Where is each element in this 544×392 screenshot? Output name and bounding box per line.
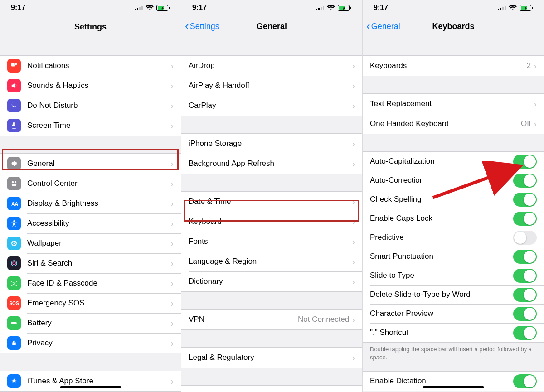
- toggle-check-spelling[interactable]: [513, 193, 537, 207]
- cell-control-center[interactable]: Control Center›: [0, 174, 181, 194]
- wifi-icon: [146, 5, 154, 11]
- cell-face-id-passcode[interactable]: Face ID & Passcode›: [0, 273, 181, 293]
- cell-privacy[interactable]: Privacy›: [0, 333, 181, 353]
- cell-smart-punctuation: Smart Punctuation: [363, 247, 544, 266]
- cell-emergency-sos[interactable]: SOSEmergency SOS›: [0, 293, 181, 313]
- toggle-smart-punctuation[interactable]: [513, 250, 537, 264]
- back-button[interactable]: ‹Settings: [185, 22, 219, 31]
- cell-slide-to-type: Slide to Type: [363, 266, 544, 285]
- cell-label: Enable Caps Lock: [370, 214, 513, 223]
- cell-carplay[interactable]: CarPlay›: [181, 96, 362, 116]
- cell-label: Slide to Type: [370, 271, 513, 280]
- chevron-icon: ›: [170, 159, 174, 168]
- svg-rect-20: [16, 323, 17, 324]
- toggle-shortcut[interactable]: [513, 326, 537, 340]
- cell-detail: 2: [527, 61, 531, 70]
- cell-date-time[interactable]: Date & Time›: [181, 192, 362, 212]
- cell-vpn[interactable]: VPNNot Connected›: [181, 310, 362, 329]
- cell-label: Privacy: [27, 339, 170, 348]
- svg-point-6: [13, 220, 15, 222]
- cell-do-not-disturb[interactable]: Do Not Disturb›: [0, 96, 181, 116]
- cell-text-replacement[interactable]: Text Replacement›: [363, 94, 544, 114]
- cell-keyboards[interactable]: Keyboards2›: [363, 56, 544, 76]
- toggle-delete-slide-to-type-by-word[interactable]: [513, 288, 537, 302]
- cell-label: General: [27, 159, 170, 168]
- toggle-slide-to-type[interactable]: [513, 269, 537, 283]
- cell-label: Date & Time: [189, 197, 352, 206]
- cell-one-handed-keyboard[interactable]: One Handed KeyboardOff›: [363, 114, 544, 134]
- cell-label: Predictive: [370, 233, 513, 242]
- cell-dictionary[interactable]: Dictionary›: [181, 271, 362, 291]
- chevron-icon: ›: [352, 353, 355, 362]
- chevron-icon: ›: [534, 119, 537, 128]
- cell-display-brightness[interactable]: AADisplay & Brightness›: [0, 194, 181, 213]
- chevron-icon: ›: [170, 259, 174, 268]
- cell-sounds-haptics[interactable]: Sounds & Haptics›: [0, 76, 181, 96]
- toggle-auto-capitalization[interactable]: [513, 155, 537, 169]
- cell-wallpaper[interactable]: Wallpaper›: [0, 233, 181, 253]
- cell-label: Keyboards: [370, 61, 527, 70]
- cell-screen-time[interactable]: Screen Time›: [0, 116, 181, 136]
- cell-fonts[interactable]: Fonts›: [181, 232, 362, 252]
- cell-reset[interactable]: Reset›: [181, 386, 362, 392]
- cell-airplay-handoff[interactable]: AirPlay & Handoff›: [181, 76, 362, 96]
- cell-character-preview: Character Preview: [363, 304, 544, 323]
- cellular-icon: [135, 5, 143, 10]
- cell-label: Auto-Capitalization: [370, 157, 513, 166]
- cell-siri-search[interactable]: Siri & Search›: [0, 253, 181, 273]
- home-indicator: [60, 386, 121, 388]
- cell-notifications[interactable]: Notifications›: [0, 56, 181, 76]
- cell-battery[interactable]: Battery›: [0, 313, 181, 333]
- svg-point-10: [15, 242, 16, 243]
- cell-label: Face ID & Passcode: [27, 279, 170, 288]
- toggle-predictive[interactable]: [513, 231, 537, 245]
- status-bar: 9:17 ⚡︎: [181, 0, 362, 15]
- status-time: 9:17: [192, 4, 207, 12]
- cell-label: Display & Brightness: [27, 199, 170, 208]
- cell-keyboard[interactable]: Keyboard›: [181, 212, 362, 232]
- toggle-enable-dictation[interactable]: [513, 374, 537, 388]
- cell-label: Emergency SOS: [27, 299, 170, 308]
- cellular-icon: [316, 5, 324, 10]
- cell-label: Keyboard: [189, 217, 352, 226]
- cell-background-app-refresh[interactable]: Background App Refresh›: [181, 154, 362, 174]
- chevron-icon: ›: [170, 61, 174, 70]
- chevron-icon: ›: [170, 239, 174, 248]
- navbar: ‹General Keyboards: [363, 15, 544, 38]
- chevron-icon: ›: [170, 219, 174, 228]
- cell-label: Legal & Regulatory: [189, 353, 352, 362]
- cell-label: Siri & Search: [27, 259, 170, 268]
- cell-label: iPhone Storage: [189, 139, 352, 148]
- cell-airdrop[interactable]: AirDrop›: [181, 56, 362, 76]
- cell-general[interactable]: General›: [0, 154, 181, 174]
- cell-label: Language & Region: [189, 257, 352, 266]
- cell-check-spelling: Check Spelling: [363, 190, 544, 209]
- svg-point-18: [15, 282, 15, 283]
- cell-label: Dictionary: [189, 277, 352, 286]
- cell-legal-regulatory[interactable]: Legal & Regulatory›: [181, 348, 362, 368]
- cell-label: Screen Time: [27, 121, 170, 130]
- toggle-auto-correction[interactable]: [513, 174, 537, 188]
- cell-language-region[interactable]: Language & Region›: [181, 252, 362, 271]
- svg-rect-0: [11, 63, 15, 67]
- cell-iphone-storage[interactable]: iPhone Storage›: [181, 134, 362, 154]
- chevron-icon: ›: [534, 61, 537, 70]
- svg-point-9: [14, 241, 15, 242]
- chevron-icon: ›: [170, 339, 174, 348]
- chevron-icon: ›: [352, 139, 355, 148]
- chevron-icon: ›: [170, 121, 174, 130]
- cell-label: AirDrop: [189, 61, 352, 70]
- home-indicator: [423, 386, 484, 388]
- cell-label: Notifications: [27, 61, 170, 70]
- chevron-icon: ›: [170, 81, 174, 90]
- cellular-icon: [498, 5, 506, 10]
- back-button[interactable]: ‹General: [366, 22, 400, 31]
- battery-icon: ⚡︎: [156, 5, 170, 11]
- cell-accessibility[interactable]: Accessibility›: [0, 213, 181, 233]
- cell-label: "." Shortcut: [370, 328, 513, 337]
- cell-label: Auto-Correction: [370, 176, 513, 185]
- toggle-enable-caps-lock[interactable]: [513, 212, 537, 226]
- toggle-character-preview[interactable]: [513, 307, 537, 321]
- status-time: 9:17: [11, 4, 25, 12]
- svg-point-2: [12, 181, 14, 184]
